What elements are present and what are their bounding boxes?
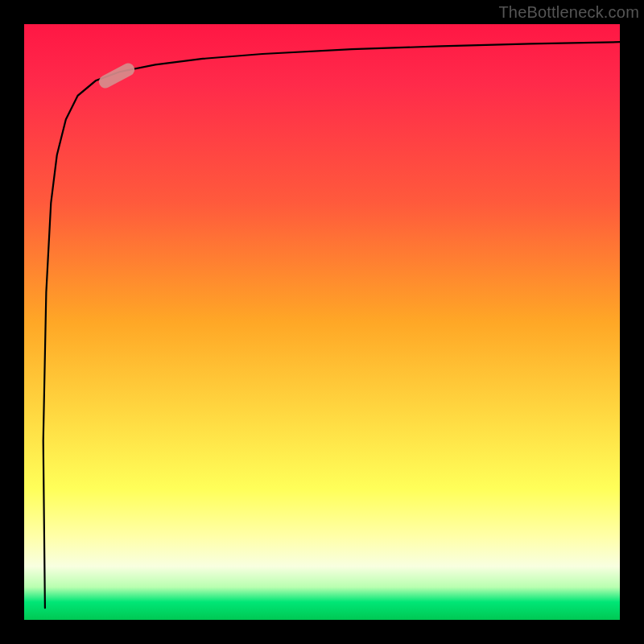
curve-path [43, 42, 620, 608]
curve-svg [24, 24, 620, 620]
chart-container: TheBottleneck.com [0, 0, 644, 644]
attribution-label: TheBottleneck.com [498, 3, 639, 22]
highlight-marker [97, 61, 137, 91]
plot-area [24, 24, 620, 620]
